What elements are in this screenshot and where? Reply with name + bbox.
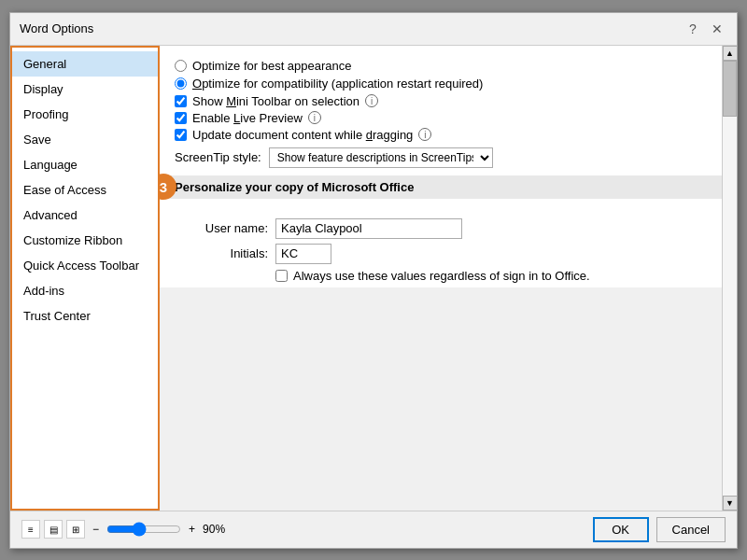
- dialog-title: Word Options: [20, 21, 93, 35]
- sidebar-item-ease-of-access[interactable]: Ease of Access: [12, 177, 158, 203]
- sidebar-item-general[interactable]: General: [12, 51, 158, 77]
- bottom-bar: ≡ ▤ ⊞ − + 90% OK Cancel: [10, 511, 737, 548]
- section-personalize-label: Personalize your copy of Microsoft Offic…: [175, 180, 414, 194]
- title-bar-left: Word Options: [20, 21, 93, 35]
- sidebar-item-save[interactable]: Save: [12, 127, 158, 152]
- ok-button[interactable]: OK: [593, 517, 649, 542]
- info-icon-2: i: [308, 111, 321, 124]
- status-icons: ≡ ▤ ⊞: [21, 520, 85, 539]
- dialog-body: General Display Proofing Save Language E…: [10, 46, 737, 511]
- checkbox-live-preview[interactable]: [175, 112, 187, 124]
- checkbox-row-2: Enable Live Preview i: [175, 111, 707, 125]
- sidebar-item-proofing[interactable]: Proofing: [12, 102, 158, 127]
- bottom-left: ≡ ▤ ⊞ − + 90%: [21, 520, 225, 539]
- title-bar-right: ? ✕: [683, 19, 727, 39]
- zoom-slider[interactable]: [106, 522, 181, 537]
- sidebar-item-customize-ribbon[interactable]: Customize Ribbon: [12, 228, 158, 253]
- radio-compat-label: Optimize for compatibility (application …: [192, 77, 483, 91]
- always-use-row: Always use these values regardless of si…: [275, 269, 707, 283]
- status-icon-2[interactable]: ▤: [44, 520, 63, 539]
- screentip-label: ScreenTip style:: [175, 150, 261, 164]
- word-options-dialog: Word Options ? ✕ General Display Proofin…: [9, 12, 738, 549]
- zoom-plus[interactable]: +: [185, 523, 199, 536]
- scrollbar: ▲ ▼: [722, 46, 737, 511]
- scroll-down-button[interactable]: ▼: [723, 496, 738, 511]
- username-input[interactable]: [275, 218, 462, 239]
- scroll-container: [160, 287, 722, 511]
- screentip-select[interactable]: Show feature descriptions in ScreenTips …: [269, 147, 493, 168]
- form-row-initials: Initials:: [175, 244, 707, 264]
- sidebar-item-language[interactable]: Language: [12, 152, 158, 177]
- title-bar: Word Options ? ✕: [10, 13, 737, 46]
- close-button[interactable]: ✕: [707, 19, 727, 39]
- always-use-label: Always use these values regardless of si…: [293, 269, 590, 283]
- scroll-thumb[interactable]: [723, 61, 737, 117]
- checkbox-row-3: Update document content while dragging i: [175, 128, 707, 142]
- update-dragging-label: Update document content while dragging: [192, 128, 413, 142]
- username-label: User name:: [175, 221, 268, 235]
- screentip-row: ScreenTip style: Show feature descriptio…: [175, 147, 707, 168]
- sidebar-item-advanced[interactable]: Advanced: [12, 203, 158, 228]
- sidebar-item-add-ins[interactable]: Add-ins: [12, 278, 158, 303]
- bottom-right: OK Cancel: [593, 517, 726, 542]
- help-button[interactable]: ?: [683, 19, 703, 39]
- sidebar-item-quick-access-toolbar[interactable]: Quick Access Toolbar: [12, 253, 158, 278]
- step-badge: 3: [160, 174, 176, 200]
- radio-optimize-compat[interactable]: [175, 77, 187, 90]
- section-personalize: 3 Personalize your copy of Microsoft Off…: [160, 175, 722, 199]
- mini-toolbar-label: Show Mini Toolbar on selection: [192, 94, 359, 108]
- initials-label: Initials:: [175, 246, 268, 260]
- scroll-track: [723, 61, 737, 496]
- form-row-username: User name:: [175, 218, 707, 239]
- live-preview-label: Enable Live Preview: [192, 111, 303, 125]
- info-icon-3: i: [418, 128, 431, 141]
- radio-optimize-appearance[interactable]: [175, 60, 187, 72]
- main-content: Optimize for best appearance Optimize fo…: [160, 46, 722, 511]
- form-section-personalize: User name: Initials: Always use these va…: [175, 206, 707, 287]
- zoom-level: 90%: [203, 523, 225, 536]
- zoom-minus[interactable]: −: [89, 523, 103, 536]
- sidebar: General Display Proofing Save Language E…: [10, 46, 160, 511]
- cancel-button[interactable]: Cancel: [656, 517, 726, 542]
- zoom-area: − + 90%: [89, 522, 225, 537]
- status-icon-1[interactable]: ≡: [21, 520, 40, 539]
- content-scroll: Optimize for best appearance Optimize fo…: [160, 46, 722, 287]
- sidebar-item-trust-center[interactable]: Trust Center: [12, 303, 158, 329]
- radio-row-1: Optimize for best appearance: [175, 59, 707, 73]
- scroll-up-button[interactable]: ▲: [723, 46, 738, 61]
- radio-appearance-label: Optimize for best appearance: [192, 59, 352, 73]
- info-icon-1: i: [365, 94, 378, 107]
- sidebar-item-display[interactable]: Display: [12, 77, 158, 102]
- checkbox-mini-toolbar[interactable]: [175, 95, 187, 107]
- checkbox-update-dragging[interactable]: [175, 129, 187, 141]
- checkbox-always-use[interactable]: [275, 270, 288, 282]
- radio-row-2: Optimize for compatibility (application …: [175, 77, 707, 91]
- status-icon-3[interactable]: ⊞: [66, 520, 85, 539]
- initials-input[interactable]: [275, 244, 331, 264]
- checkbox-row-1: Show Mini Toolbar on selection i: [175, 94, 707, 108]
